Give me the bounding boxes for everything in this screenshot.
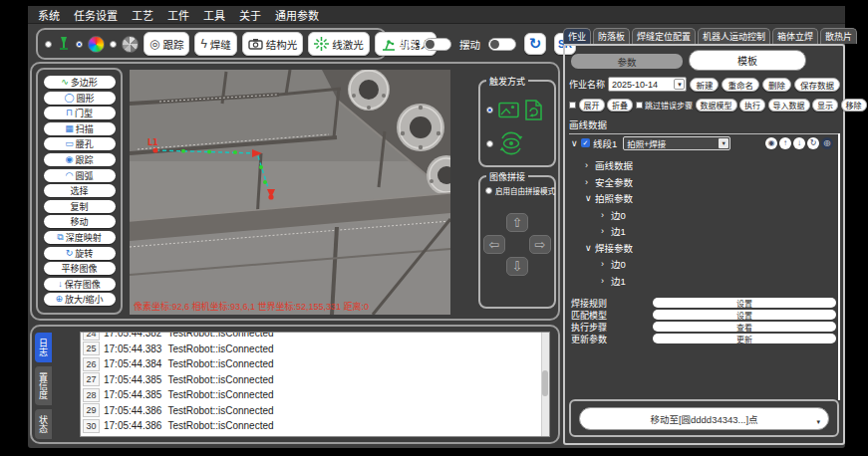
single-shot-radio[interactable] bbox=[486, 107, 493, 114]
log-row[interactable]: 30 17:05:44.386 TestRobot::isConnected bbox=[81, 418, 549, 434]
save-data-button[interactable]: 保存数据 bbox=[794, 78, 840, 92]
collapse-button[interactable]: 折叠 bbox=[607, 99, 633, 112]
menu-item[interactable]: 任务设置 bbox=[74, 7, 118, 23]
weld-seam-mode-button[interactable]: ϟ 焊缝 bbox=[194, 32, 236, 56]
tree-scrollbar[interactable] bbox=[838, 133, 840, 400]
right-tab[interactable]: 防落板 bbox=[593, 28, 630, 44]
execute-button[interactable]: 执行 bbox=[739, 99, 765, 112]
tree-arrow-icon[interactable]: ∨ bbox=[585, 243, 595, 253]
sidebar-tool-button[interactable]: ∿ 多边形 bbox=[44, 76, 116, 89]
log-row[interactable]: 26 17:05:44.384 TestRobot::isConnected bbox=[81, 356, 549, 372]
sidebar-tool-button[interactable]: 复制 bbox=[44, 200, 116, 213]
tree-arrow-icon[interactable]: › bbox=[601, 259, 611, 269]
tree-arrow-icon[interactable]: ∨ bbox=[585, 193, 595, 203]
action-button[interactable]: 设置 bbox=[653, 310, 836, 321]
wobble-toggle[interactable] bbox=[488, 38, 516, 51]
log-scrollbar[interactable] bbox=[541, 333, 549, 436]
log-tab[interactable]: 日志 bbox=[35, 333, 52, 362]
action-button[interactable]: 更新 bbox=[653, 334, 836, 344]
template-button[interactable]: 模板 bbox=[689, 50, 806, 71]
torch-source-radio[interactable] bbox=[45, 41, 52, 48]
tree-item[interactable]: › 画线数据 bbox=[571, 157, 837, 174]
sidebar-tool-button[interactable]: ⊓ 门型 bbox=[44, 107, 116, 119]
log-scrollbar-thumb[interactable] bbox=[542, 370, 548, 396]
tree-arrow-icon[interactable]: › bbox=[601, 226, 611, 236]
tree-item[interactable]: ∨ 拍照参数 bbox=[571, 190, 837, 207]
log-row[interactable]: 27 17:05:44.385 TestRobot::isConnected bbox=[81, 372, 549, 388]
action-button[interactable]: 查看 bbox=[653, 322, 836, 333]
log-row[interactable]: 24 17:05:44.382 TestRobot::isConnected bbox=[81, 332, 549, 342]
right-tab[interactable]: 作业 bbox=[563, 28, 591, 44]
pan-up-button[interactable]: ⇧ bbox=[506, 213, 528, 232]
pan-right-button[interactable]: ⇨ bbox=[529, 235, 551, 254]
segment-checkbox[interactable]: ✓ bbox=[581, 138, 590, 147]
menu-item[interactable]: 工件 bbox=[167, 7, 189, 23]
skip-error-checkbox[interactable] bbox=[636, 102, 643, 109]
sidebar-tool-button[interactable]: ◠ 圆弧 bbox=[44, 169, 116, 182]
sidebar-tool-button[interactable]: 选择 bbox=[44, 184, 116, 197]
data-model-button[interactable]: 数据模型 bbox=[696, 99, 737, 112]
sidebar-tool-button[interactable]: ⊕ 放大/缩小 bbox=[44, 293, 116, 306]
sidebar-tool-button[interactable]: ▦ 扫描 bbox=[44, 122, 116, 135]
rename-job-button[interactable]: 重命名 bbox=[722, 78, 759, 92]
pan-down-button[interactable]: ⇩ bbox=[506, 257, 528, 276]
right-tab[interactable]: 箱体立焊 bbox=[772, 28, 818, 44]
gray-wheel-radio[interactable] bbox=[110, 41, 117, 48]
move-up-button[interactable]: ↑ bbox=[779, 137, 791, 149]
line-laser-button[interactable]: 线激光 bbox=[308, 32, 370, 56]
log-row[interactable]: 28 17:05:44.385 TestRobot::isConnected bbox=[81, 387, 549, 403]
free-stitch-radio[interactable] bbox=[485, 187, 492, 194]
sidebar-tool-button[interactable]: ↓ 保存图像 bbox=[44, 278, 116, 291]
tree-item[interactable]: › 边0 bbox=[571, 256, 837, 273]
tree-arrow-icon[interactable]: › bbox=[601, 210, 611, 220]
log-list[interactable]: 24 17:05:44.382 TestRobot::isConnected 2… bbox=[80, 332, 550, 437]
segment-mode-select[interactable]: 拍照+焊接 ▼ bbox=[623, 136, 730, 150]
right-tab[interactable]: 机器人运动控制 bbox=[698, 28, 770, 44]
expand-checkbox[interactable] bbox=[569, 102, 576, 109]
menu-item[interactable]: 通用参数 bbox=[275, 7, 319, 23]
right-tab[interactable]: 焊缝定位配置 bbox=[632, 28, 696, 44]
menu-item[interactable]: 关于 bbox=[239, 7, 261, 23]
move-to-point-button[interactable]: 移动至[圆dddd34343...]点 ▾ bbox=[579, 407, 829, 430]
sidebar-tool-button[interactable]: 平移图像 bbox=[44, 262, 116, 275]
tree-arrow-icon[interactable]: › bbox=[585, 177, 595, 187]
expand-button[interactable]: 展开 bbox=[579, 99, 605, 112]
right-tab[interactable]: 散热片 bbox=[820, 28, 857, 44]
structured-light-button[interactable]: 结构光 bbox=[242, 32, 304, 56]
sidebar-tool-button[interactable]: ⧉ 深度映射 bbox=[44, 231, 116, 244]
tree-arrow-icon[interactable]: › bbox=[585, 160, 595, 170]
track-mode-button[interactable]: ◎ 跟踪 bbox=[144, 32, 189, 56]
continuous-radio[interactable] bbox=[486, 140, 493, 147]
tree-item[interactable]: ∨ 焊接参数 bbox=[571, 240, 837, 257]
visibility-button[interactable]: ◉ bbox=[765, 137, 777, 149]
sidebar-tool-button[interactable]: ◉ 跟踪 bbox=[44, 153, 116, 166]
tree-item[interactable]: › 安全参数 bbox=[571, 174, 837, 191]
sidebar-tool-button[interactable]: ◯ 圆形 bbox=[44, 92, 116, 105]
menu-item[interactable]: 工艺 bbox=[132, 7, 153, 23]
menu-item[interactable]: 工具 bbox=[203, 7, 225, 23]
action-button[interactable]: 设置 bbox=[653, 298, 836, 309]
new-job-button[interactable]: 新建 bbox=[690, 78, 719, 92]
tree-item[interactable]: › 边1 bbox=[571, 273, 837, 290]
weld-toggle[interactable] bbox=[424, 38, 451, 51]
delete-job-button[interactable]: 删除 bbox=[762, 78, 791, 92]
sidebar-tool-button[interactable]: ▭ 腰孔 bbox=[44, 137, 116, 150]
tree-item[interactable]: › 边1 bbox=[571, 223, 837, 240]
job-name-select[interactable]: 2025-10-14 ▼ bbox=[608, 77, 687, 92]
tree-arrow-icon[interactable]: › bbox=[601, 276, 611, 286]
color-wheel-radio[interactable] bbox=[76, 41, 83, 48]
log-row[interactable]: 29 17:05:44.386 TestRobot::isConnected bbox=[81, 403, 549, 419]
tree-item[interactable]: › 边0 bbox=[571, 207, 837, 224]
menu-item[interactable]: 系统 bbox=[38, 7, 60, 23]
log-tab[interactable]: 状态 bbox=[35, 409, 52, 439]
move-down-button[interactable]: ↓ bbox=[793, 137, 805, 149]
import-data-button[interactable]: 导入数据 bbox=[768, 99, 810, 112]
rerun-button[interactable]: ↻ bbox=[807, 137, 819, 149]
sidebar-tool-button[interactable]: 移动 bbox=[44, 215, 116, 228]
show-button[interactable]: 显示 bbox=[812, 99, 838, 112]
camera-image-view[interactable]: L1 像素坐标:92,6 相机坐标:93,6,1 世界坐标:52,155,331… bbox=[130, 70, 450, 315]
sidebar-tool-button[interactable]: ↻ 旋转 bbox=[44, 247, 116, 260]
segment-row[interactable]: ∨ ✓ 线段1 拍照+焊接 ▼ ◉ ↑ ↓ ↻ ◎ bbox=[571, 135, 840, 150]
log-tab[interactable]: 置信度 bbox=[35, 366, 52, 405]
record-button[interactable]: ◎ bbox=[821, 137, 833, 149]
